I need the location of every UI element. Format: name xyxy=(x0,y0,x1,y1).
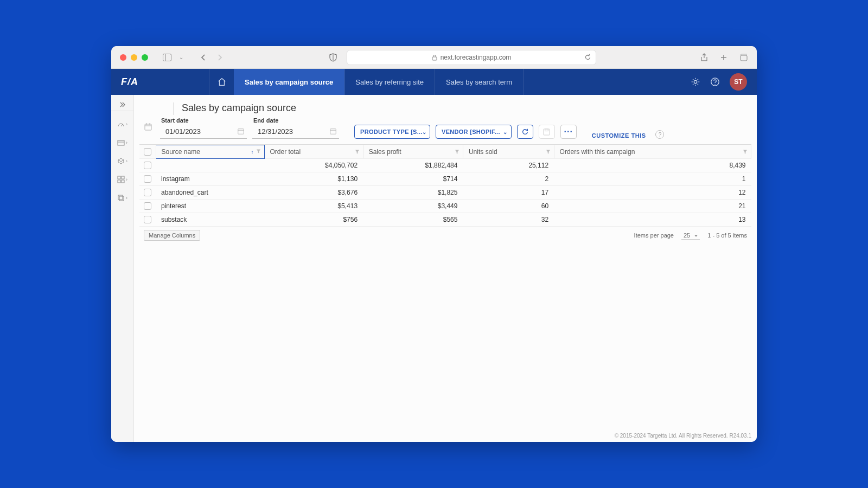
browser-back-icon[interactable] xyxy=(198,53,208,62)
sort-asc-icon[interactable]: ↑ xyxy=(251,149,254,155)
cell-sales-profit: $3,449 xyxy=(363,200,463,213)
table-row[interactable]: substack$756$5653213 xyxy=(139,213,751,227)
home-button[interactable] xyxy=(209,69,234,95)
svg-line-10 xyxy=(121,124,123,126)
row-checkbox[interactable] xyxy=(144,162,151,169)
svg-point-9 xyxy=(714,84,715,85)
row-select-cell xyxy=(139,186,156,200)
svg-point-7 xyxy=(694,80,697,83)
filter-vendor[interactable]: VENDOR [SHOPIF... ⌄ xyxy=(436,125,512,139)
close-window[interactable] xyxy=(120,54,126,61)
cell-source: substack xyxy=(156,213,264,227)
shield-icon[interactable] xyxy=(328,53,338,62)
svg-rect-18 xyxy=(119,196,124,201)
cell-orders: 8,439 xyxy=(554,159,751,172)
new-tab-icon[interactable] xyxy=(719,53,729,62)
svg-rect-16 xyxy=(122,180,124,183)
manage-columns-button[interactable]: Manage Columns xyxy=(144,230,200,241)
column-header[interactable]: Units sold xyxy=(463,145,554,159)
svg-rect-14 xyxy=(122,176,124,179)
filter-icon[interactable] xyxy=(455,149,459,154)
svg-rect-13 xyxy=(118,176,120,179)
browser-forward-icon[interactable] xyxy=(215,53,225,62)
cell-units-sold: 60 xyxy=(463,200,554,213)
filter-product-type-label: PRODUCT TYPE [S... xyxy=(360,129,423,135)
filter-product-type[interactable]: PRODUCT TYPE [S... ⌄ xyxy=(354,125,430,139)
row-checkbox[interactable] xyxy=(144,175,151,183)
sidebar-item-products[interactable]: › xyxy=(114,156,131,166)
column-label: Sales profit xyxy=(369,148,401,156)
sidebar-expand-icon[interactable] xyxy=(111,98,133,111)
column-header[interactable]: Source name↑ xyxy=(156,145,264,159)
share-icon[interactable] xyxy=(699,53,709,62)
settings-icon[interactable] xyxy=(691,77,700,87)
table-row[interactable]: pinterest$5,413$3,4496021 xyxy=(139,200,751,213)
filter-icon[interactable] xyxy=(256,149,261,155)
svg-rect-17 xyxy=(118,195,123,200)
filter-icon[interactable] xyxy=(546,149,551,154)
items-per-page-select[interactable]: 25 xyxy=(681,232,700,240)
cell-orders: 12 xyxy=(554,186,751,200)
chevron-down-icon[interactable]: ⌄ xyxy=(176,53,186,62)
select-all-checkbox[interactable] xyxy=(144,148,151,156)
date-range-icon[interactable] xyxy=(144,123,152,131)
row-checkbox[interactable] xyxy=(144,216,151,223)
lock-icon xyxy=(432,54,437,61)
svg-rect-27 xyxy=(544,129,550,134)
nav-tab-2[interactable]: Sales by search term xyxy=(435,69,524,95)
end-date-input[interactable] xyxy=(252,125,339,139)
chevron-down-icon: ⌄ xyxy=(422,129,426,135)
pagination-range: 1 - 5 of 5 items xyxy=(707,232,747,239)
nav-tabs: Sales by campaign sourceSales by referri… xyxy=(234,69,524,95)
svg-rect-23 xyxy=(238,129,244,134)
calendar-icon[interactable] xyxy=(237,127,245,135)
cell-orders: 21 xyxy=(554,200,751,213)
table-row[interactable]: $4,050,702$1,882,48425,1128,439 xyxy=(139,159,751,172)
cell-orders: 1 xyxy=(554,172,751,186)
sidebar-item-apps[interactable]: › xyxy=(114,174,131,185)
start-date-label: Start date xyxy=(161,117,247,124)
filter-icon[interactable] xyxy=(355,149,360,154)
maximize-window[interactable] xyxy=(142,54,148,61)
app-logo[interactable]: F/A xyxy=(111,76,209,88)
customize-link[interactable]: CUSTOMIZE THIS xyxy=(592,132,646,139)
svg-rect-3 xyxy=(432,57,437,60)
sidebar-item-copies[interactable]: › xyxy=(114,192,131,203)
minimize-window[interactable] xyxy=(131,54,137,61)
sidebar-item-reports[interactable]: › xyxy=(114,137,131,148)
cell-source xyxy=(156,159,264,172)
svg-rect-19 xyxy=(145,124,151,130)
filter-icon[interactable] xyxy=(743,149,748,154)
save-button[interactable] xyxy=(539,125,555,139)
chevron-down-icon: ⌄ xyxy=(503,129,507,135)
column-header[interactable]: Order total xyxy=(264,145,363,159)
items-per-page-label: Items per page xyxy=(634,232,674,239)
sidebar-item-dashboard[interactable]: › xyxy=(114,119,131,130)
url-bar[interactable]: next.forecastingapp.com xyxy=(347,50,596,65)
svg-rect-15 xyxy=(118,180,120,183)
column-label: Units sold xyxy=(469,148,497,156)
column-header[interactable]: Sales profit xyxy=(363,145,463,159)
nav-tab-0[interactable]: Sales by campaign source xyxy=(234,69,344,95)
help-icon[interactable] xyxy=(710,77,720,87)
more-options-button[interactable]: ··· xyxy=(560,125,577,139)
calendar-icon[interactable] xyxy=(329,127,337,135)
row-checkbox[interactable] xyxy=(144,189,151,196)
row-checkbox[interactable] xyxy=(144,202,151,210)
table-row[interactable]: abandoned_cart$3,676$1,8251712 xyxy=(139,186,751,200)
cell-order-total: $4,050,702 xyxy=(264,159,363,172)
column-header[interactable]: Orders with this campaign xyxy=(554,145,751,159)
help-tip-icon[interactable]: ? xyxy=(655,130,664,139)
refresh-button[interactable] xyxy=(517,125,533,139)
browser-sidebar-icon[interactable] xyxy=(162,53,172,62)
browser-refresh-icon[interactable] xyxy=(584,54,591,61)
cell-units-sold: 2 xyxy=(463,172,554,186)
end-date-group: End date xyxy=(252,117,339,139)
start-date-input[interactable] xyxy=(160,125,247,139)
table-row[interactable]: instagram$1,130$71421 xyxy=(139,172,751,186)
cell-units-sold: 17 xyxy=(463,186,554,200)
nav-tab-1[interactable]: Sales by referring site xyxy=(344,69,435,95)
tabs-overview-icon[interactable] xyxy=(738,53,748,62)
user-avatar[interactable]: ST xyxy=(730,73,747,91)
row-select-cell xyxy=(139,213,156,227)
